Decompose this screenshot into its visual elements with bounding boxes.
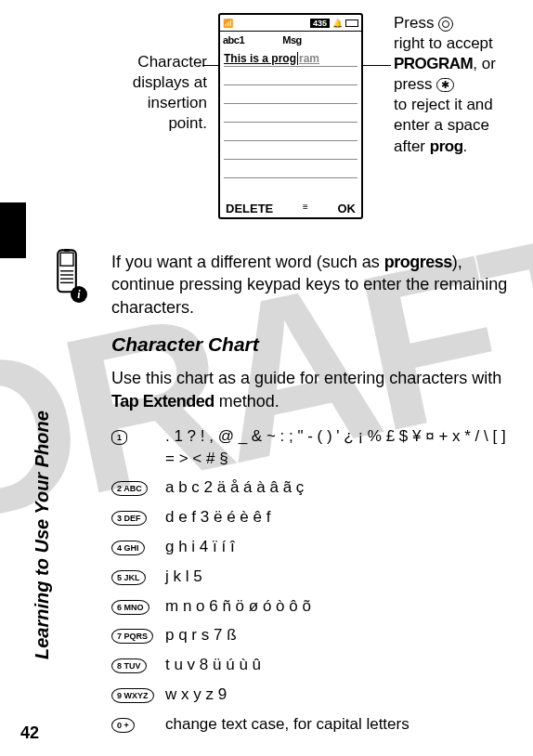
key-4-chars: g h i 4 ï í î bbox=[165, 536, 511, 558]
menu-icon: ≡ bbox=[303, 202, 308, 215]
character-chart-heading: Character Chart bbox=[111, 332, 511, 358]
callout-left-l2: displays at bbox=[133, 73, 207, 91]
key-5-chars: j k l 5 bbox=[165, 566, 511, 588]
key-1-icon: 1 bbox=[111, 430, 127, 445]
callout-right: Press right to accept PROGRAM, or press … bbox=[394, 13, 524, 157]
softkey-row: DELETE ≡ OK bbox=[220, 202, 361, 215]
callout-right-w2: prog bbox=[430, 137, 463, 155]
chart-row: 3 DEFd e f 3 ë é è ê f bbox=[111, 506, 511, 528]
chart-intro-a: Use this chart as a guide for entering c… bbox=[111, 369, 501, 387]
text-line bbox=[224, 85, 358, 104]
softkey-left: DELETE bbox=[226, 202, 273, 215]
star-key-icon: ✱ bbox=[436, 78, 454, 92]
leader-line bbox=[363, 65, 391, 66]
text-line-1: This is a program bbox=[224, 48, 358, 67]
screen-title-row: abc1 Msg bbox=[220, 32, 361, 48]
key-9-chars: w x y z 9 bbox=[165, 684, 511, 706]
tip-paragraph: If you want a different word (such as pr… bbox=[111, 251, 511, 319]
info-icon: i bbox=[71, 286, 87, 303]
chart-row: 7 PQRSp q r s 7 ß bbox=[111, 624, 511, 646]
chart-row: 8 TUVt u v 8 ü ú ù û bbox=[111, 654, 511, 676]
screen-title: Msg bbox=[282, 34, 302, 46]
key-8-chars: t u v 8 ü ú ù û bbox=[165, 654, 511, 676]
chart-row: 1. 1 ? ! , @ _ & ~ : ; " - ( ) ' ¿ ¡ % £… bbox=[111, 425, 511, 470]
key-1-chars: . 1 ? ! , @ _ & ~ : ; " - ( ) ' ¿ ¡ % £ … bbox=[165, 425, 511, 470]
page-number: 42 bbox=[20, 723, 39, 743]
key-6-icon: 6 MNO bbox=[111, 600, 150, 615]
status-bar: 📶 435 🔔 bbox=[220, 15, 361, 32]
key-4-icon: 4 GHI bbox=[111, 541, 145, 555]
chart-row: 6 MNOm n o 6 ñ ö ø ó ò ô õ bbox=[111, 595, 511, 618]
screen-figure: Character displays at insertion point. P… bbox=[102, 13, 524, 236]
key-0-chars: change text case, for capital letters bbox=[165, 713, 511, 736]
chart-row: 2 ABCa b c 2 ä å á à â ã ç bbox=[111, 476, 511, 499]
text-line bbox=[224, 67, 358, 85]
text-cursor bbox=[297, 52, 298, 65]
text-line bbox=[224, 104, 358, 123]
phone-tip-icon: i bbox=[54, 249, 82, 297]
tip-text-a: If you want a different word (such as bbox=[111, 253, 384, 271]
svg-rect-1 bbox=[60, 253, 73, 266]
callout-right-t1: Press bbox=[394, 14, 438, 32]
phone-screen: 📶 435 🔔 abc1 Msg This is a program bbox=[218, 13, 363, 219]
text-line bbox=[224, 123, 358, 141]
edge-tab bbox=[0, 202, 26, 258]
text-line bbox=[224, 160, 358, 178]
svg-rect-6 bbox=[64, 249, 70, 252]
key-3-icon: 3 DEF bbox=[111, 511, 147, 526]
callout-right-w1: PROGRAM bbox=[394, 55, 473, 72]
softkey-right: OK bbox=[337, 202, 356, 215]
typed-text: This is a prog bbox=[224, 52, 296, 65]
callout-right-t2: right to accept bbox=[394, 34, 493, 52]
key-8-icon: 8 TUV bbox=[111, 658, 147, 673]
tip-word: progress bbox=[384, 253, 452, 271]
key-6-chars: m n o 6 ñ ö ø ó ò ô õ bbox=[165, 595, 511, 618]
leader-line bbox=[202, 65, 219, 66]
character-chart: 1. 1 ? ! , @ _ & ~ : ; " - ( ) ' ¿ ¡ % £… bbox=[111, 425, 511, 736]
chart-row: 5 JKLj k l 5 bbox=[111, 566, 511, 588]
chart-row: 0 +change text case, for capital letters bbox=[111, 713, 511, 736]
key-5-icon: 5 JKL bbox=[111, 570, 146, 585]
callout-right-t5: . bbox=[463, 137, 468, 155]
callout-left-l1: Character bbox=[137, 53, 207, 71]
key-9-icon: 9 WXYZ bbox=[111, 688, 154, 703]
key-2-icon: 2 ABC bbox=[111, 481, 148, 496]
battery-icon bbox=[345, 20, 358, 27]
ring-icon: 🔔 bbox=[332, 19, 343, 28]
callout-left: Character displays at insertion point. bbox=[105, 52, 207, 134]
key-7-chars: p q r s 7 ß bbox=[165, 624, 511, 646]
suggested-text: ram bbox=[299, 52, 319, 65]
key-3-chars: d e f 3 ë é è ê f bbox=[165, 506, 511, 528]
chart-intro: Use this chart as a guide for entering c… bbox=[111, 367, 511, 412]
text-line bbox=[224, 141, 358, 160]
running-head: Learning to Use Your Phone bbox=[32, 411, 53, 659]
input-mode: abc1 bbox=[223, 34, 244, 46]
chart-row: 4 GHIg h i 4 ï í î bbox=[111, 536, 511, 558]
key-0-icon: 0 + bbox=[111, 718, 135, 733]
signal-icon: 📶 bbox=[223, 19, 233, 28]
status-count: 435 bbox=[310, 19, 330, 28]
chart-intro-b: method. bbox=[214, 392, 280, 411]
key-7-icon: 7 PQRS bbox=[111, 629, 153, 644]
key-2-chars: a b c 2 ä å á à â ã ç bbox=[165, 476, 511, 499]
callout-left-l3: insertion point. bbox=[148, 94, 207, 132]
body-content: If you want a different word (such as pr… bbox=[111, 251, 511, 743]
nav-key-icon bbox=[438, 17, 453, 32]
chart-row: 9 WXYZw x y z 9 bbox=[111, 684, 511, 706]
chart-intro-method: Tap Extended bbox=[111, 392, 214, 411]
